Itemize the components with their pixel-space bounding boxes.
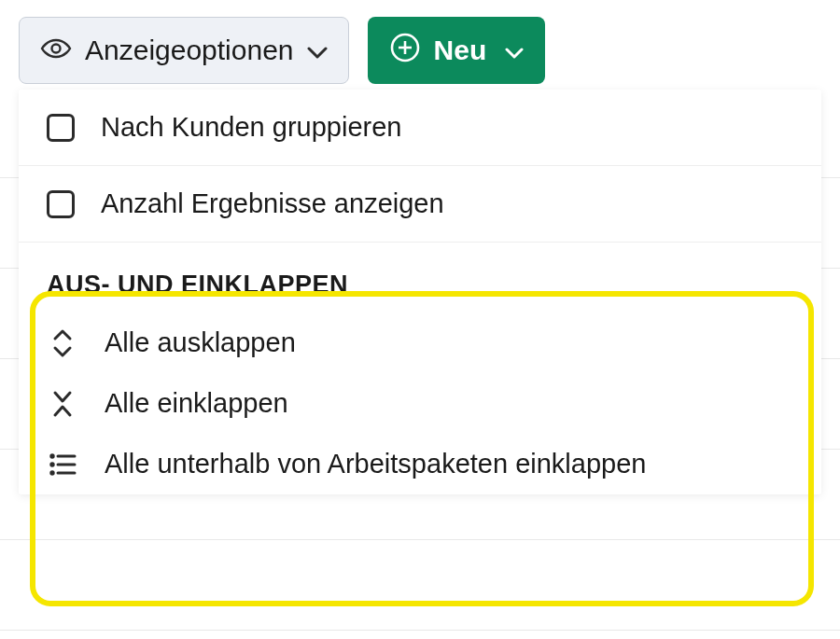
action-label: Alle unterhalb von Arbeitspaketen einkla…	[105, 449, 646, 479]
action-expand-all[interactable]: Alle ausklappen	[19, 313, 821, 373]
svg-point-8	[51, 471, 53, 473]
display-options-dropdown: Nach Kunden gruppieren Anzahl Ergebnisse…	[19, 90, 821, 494]
menu-item-label: Nach Kunden gruppieren	[101, 112, 401, 143]
checkbox-unchecked[interactable]	[47, 114, 75, 142]
new-button[interactable]: Neu	[368, 17, 546, 84]
action-collapse-below-workpackages[interactable]: Alle unterhalb von Arbeitspaketen einkla…	[19, 434, 821, 494]
display-options-button[interactable]: Anzeigeoptionen	[19, 17, 349, 84]
collapse-all-icon	[47, 390, 78, 418]
new-label: Neu	[434, 35, 487, 66]
svg-point-0	[52, 45, 61, 53]
chevron-down-icon	[505, 35, 524, 66]
svg-point-6	[51, 463, 53, 465]
toolbar: Anzeigeoptionen Neu	[0, 0, 840, 84]
action-label: Alle einklappen	[105, 388, 288, 419]
action-label: Alle ausklappen	[105, 327, 296, 358]
menu-item-group-by-customers[interactable]: Nach Kunden gruppieren	[19, 90, 821, 166]
action-collapse-all[interactable]: Alle einklappen	[19, 373, 821, 434]
svg-point-4	[51, 454, 53, 456]
section-header-collapse: AUS- UND EINKLAPPEN	[19, 243, 821, 313]
display-options-label: Anzeigeoptionen	[85, 35, 294, 66]
plus-circle-icon	[389, 32, 421, 70]
expand-all-icon	[47, 328, 78, 358]
chevron-down-icon	[307, 35, 328, 66]
eye-icon	[40, 35, 72, 66]
checkbox-unchecked[interactable]	[47, 190, 75, 218]
menu-item-label: Anzahl Ergebnisse anzeigen	[101, 188, 444, 219]
list-tree-icon	[47, 451, 78, 478]
menu-item-show-result-count[interactable]: Anzahl Ergebnisse anzeigen	[19, 166, 821, 243]
